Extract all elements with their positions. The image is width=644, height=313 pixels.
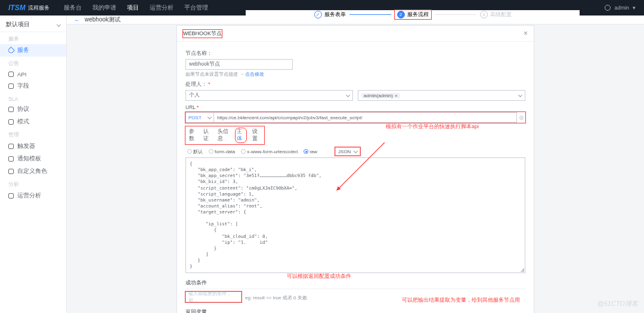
method-select[interactable]: POST bbox=[185, 112, 214, 123]
sidebar-label: 触发器 bbox=[17, 142, 35, 150]
sidebar-group-sla: SLA bbox=[0, 95, 66, 103]
heart-icon bbox=[7, 47, 15, 54]
format-value: JSON bbox=[338, 149, 351, 154]
step-3[interactable]: 3高级配置 bbox=[480, 11, 512, 18]
step-1[interactable]: ✓服务表单 bbox=[314, 11, 346, 18]
edit-desc-link[interactable]: 点击修改 bbox=[245, 72, 264, 77]
success-condition-hint: eg: result == true 或者 0 失败 bbox=[245, 295, 307, 301]
success-condition-input[interactable]: 输入前端要的条件，如… bbox=[185, 292, 242, 302]
sidebar-label: API bbox=[17, 71, 26, 78]
nav-project[interactable]: 项目 bbox=[127, 4, 139, 12]
tab-body[interactable]: 主体 bbox=[236, 128, 246, 142]
body-type-raw[interactable]: raw bbox=[304, 149, 317, 154]
sidebar: 默认项目 服务 服务 公告 API 字段 SLA 协议 模式 管理 触发器 通知… bbox=[0, 16, 67, 313]
tab-auth[interactable]: 认证 bbox=[203, 128, 212, 142]
url-row: POST https://ce.bktencent.com/api/c/comp… bbox=[185, 112, 525, 123]
tab-settings[interactable]: 设置 bbox=[252, 128, 261, 142]
step-num: 2 bbox=[397, 11, 405, 18]
raw-format-select[interactable]: JSON bbox=[335, 147, 360, 156]
handler-user-select[interactable]: admin(admin)× bbox=[358, 90, 525, 101]
url-label: URL bbox=[185, 104, 525, 110]
tab-params[interactable]: 参数 bbox=[189, 128, 197, 142]
webhook-node-panel: WEBHOOK节点 × 节点名称： webhook节点 如果节点未设置节点描述 … bbox=[177, 25, 534, 313]
watermark: @51CTO博客 bbox=[597, 299, 638, 308]
chevron-down-icon bbox=[354, 148, 358, 153]
nav-service-desk[interactable]: 服务台 bbox=[64, 4, 82, 12]
square-icon bbox=[8, 193, 14, 199]
project-name: 默认项目 bbox=[6, 21, 30, 29]
tab-headers[interactable]: 头信息 bbox=[218, 128, 230, 142]
sidebar-item-trigger[interactable]: 触发器 bbox=[0, 140, 66, 153]
step-label: 服务表单 bbox=[324, 11, 346, 18]
back-arrow-icon[interactable]: ← bbox=[74, 17, 80, 23]
square-icon bbox=[8, 119, 14, 125]
select-value: 个人 bbox=[189, 92, 200, 99]
radio-icon bbox=[304, 149, 308, 154]
step-check-icon: ✓ bbox=[314, 11, 322, 18]
sidebar-item-mode[interactable]: 模式 bbox=[0, 116, 66, 128]
step-label: 服务流程 bbox=[407, 11, 429, 18]
sidebar-label: 通知模板 bbox=[17, 155, 41, 163]
step-line bbox=[349, 14, 391, 15]
tag-close-icon[interactable]: × bbox=[395, 93, 398, 98]
sidebar-item-proto[interactable]: 协议 bbox=[0, 103, 66, 116]
raw-body-textarea[interactable]: { "bk_app_code": "bk_i", "bk_app_secret"… bbox=[185, 157, 525, 273]
sidebar-item-custom-role[interactable]: 自定义角色 bbox=[0, 165, 66, 178]
sidebar-item-service[interactable]: 服务 bbox=[0, 44, 66, 57]
sidebar-group-manage: 管理 bbox=[0, 131, 66, 140]
url-input[interactable]: https://ce.bktencent.com/api/c/compapi/v… bbox=[214, 112, 517, 123]
square-icon bbox=[8, 156, 14, 162]
close-icon[interactable]: × bbox=[524, 29, 528, 38]
square-icon bbox=[8, 169, 14, 174]
node-name-hint: 如果节点未设置节点描述 → 点击修改 bbox=[185, 71, 525, 78]
return-var-title: 返回变量 bbox=[185, 308, 525, 313]
annotation-variable: 可以把输出结果提取为变量，给到其他服务节点用 bbox=[402, 296, 520, 304]
chevron-down-icon bbox=[208, 114, 212, 119]
success-condition-title: 成功条件 bbox=[185, 279, 525, 289]
step-line bbox=[435, 14, 476, 15]
node-name-input[interactable]: webhook节点 bbox=[185, 59, 293, 70]
body-type-formdata[interactable]: form-data bbox=[209, 149, 235, 154]
sidebar-group-service: 服务 bbox=[0, 35, 66, 44]
gear-icon[interactable] bbox=[605, 5, 611, 11]
radio-icon bbox=[187, 149, 192, 154]
step-2[interactable]: 2服务流程 bbox=[395, 10, 431, 19]
brand-logo: ITSM bbox=[8, 4, 26, 12]
radio-icon bbox=[209, 149, 213, 154]
request-tabs: 参数 认证 头信息 主体 设置 bbox=[185, 126, 264, 144]
square-icon bbox=[8, 72, 14, 77]
step-num: 3 bbox=[480, 11, 488, 18]
sidebar-label: 协议 bbox=[17, 106, 29, 113]
steps-bar: ✓服务表单 2服务流程 3高级配置 bbox=[246, 10, 580, 19]
body-type-urlencoded[interactable]: x-www-form-urlencoded bbox=[241, 149, 298, 154]
step-label: 高级配置 bbox=[490, 11, 512, 18]
sidebar-group-announce: 公告 bbox=[0, 59, 66, 69]
sidebar-label: 字段 bbox=[17, 82, 29, 90]
square-icon bbox=[8, 83, 14, 89]
user-tag: admin(admin) bbox=[364, 93, 393, 98]
current-user[interactable]: admin bbox=[614, 5, 629, 11]
annotation-api: 模拟有一个作业平台的快速执行脚本api bbox=[386, 123, 479, 131]
sidebar-item-api[interactable]: API bbox=[0, 69, 66, 80]
sidebar-item-notify-tpl[interactable]: 通知模板 bbox=[0, 153, 66, 165]
project-selector[interactable]: 默认项目 bbox=[0, 18, 66, 32]
square-icon bbox=[8, 107, 14, 112]
sidebar-item-analysis[interactable]: 运营分析 bbox=[0, 190, 66, 202]
modal-title: WEBHOOK节点 bbox=[183, 30, 222, 38]
handler-label: 处理人： bbox=[185, 81, 525, 88]
handler-type-select[interactable]: 个人 bbox=[185, 90, 353, 101]
page-title: webhook测试 bbox=[85, 16, 120, 24]
radio-icon bbox=[241, 149, 246, 154]
body-type-default[interactable]: 默认 bbox=[187, 148, 203, 155]
brand-subtitle: 流程服务 bbox=[28, 4, 49, 12]
sidebar-item-field[interactable]: 字段 bbox=[0, 80, 66, 92]
url-settings-icon[interactable]: ⚙ bbox=[517, 114, 525, 121]
sidebar-label: 服务 bbox=[17, 47, 29, 54]
chevron-down-icon[interactable]: ▾ bbox=[633, 5, 636, 11]
nav-my-apply[interactable]: 我的申请 bbox=[92, 4, 116, 12]
chevron-down-icon bbox=[346, 92, 350, 97]
resize-handle-icon[interactable] bbox=[520, 268, 524, 272]
nav-operation[interactable]: 运营分析 bbox=[150, 4, 174, 12]
annotation-condition: 可以根据返回配置成功条件 bbox=[287, 272, 351, 280]
nav-platform[interactable]: 平台管理 bbox=[184, 4, 208, 12]
